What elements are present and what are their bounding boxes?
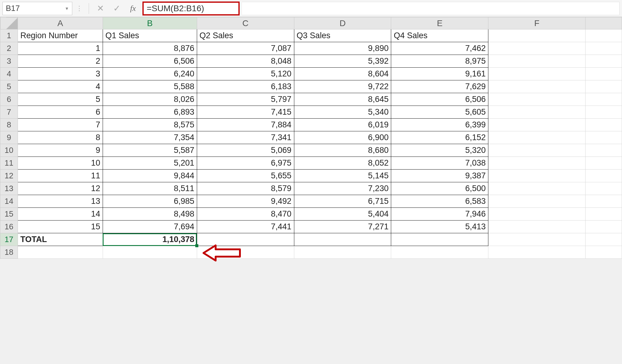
cell-D10[interactable]: 8,680 [294,144,391,157]
cell[interactable] [488,170,586,182]
cell[interactable] [294,246,391,259]
cell-B1[interactable]: Q1 Sales [103,29,197,42]
accept-formula-button[interactable]: ✓ [110,2,124,15]
cell-C8[interactable]: 7,884 [197,119,294,131]
row-header[interactable]: 10 [0,144,18,157]
row-header[interactable]: 4 [0,68,18,80]
cell-E2[interactable]: 7,462 [391,42,488,55]
cell-C12[interactable]: 5,655 [197,170,294,182]
cell-B2[interactable]: 8,876 [103,42,197,55]
cell[interactable] [391,246,488,259]
cell-B6[interactable]: 8,026 [103,93,197,106]
row-header[interactable]: 15 [0,208,18,221]
cancel-formula-button[interactable]: ✕ [93,2,107,15]
cell[interactable] [586,195,622,208]
cell-E12[interactable]: 9,387 [391,170,488,182]
cell[interactable] [488,93,586,106]
row-header[interactable]: 18 [0,246,18,259]
cell-C14[interactable]: 9,492 [197,195,294,208]
cell[interactable] [488,233,586,246]
cell-D13[interactable]: 7,230 [294,182,391,195]
cell-D5[interactable]: 9,722 [294,80,391,93]
cell[interactable] [18,246,103,259]
col-header-B[interactable]: B [103,17,197,29]
cell-E17[interactable] [391,233,488,246]
name-box[interactable]: B17 ▼ [2,2,72,15]
cell[interactable] [488,144,586,157]
cell-C9[interactable]: 7,341 [197,131,294,144]
cell-D3[interactable]: 5,392 [294,55,391,68]
row-header[interactable]: 6 [0,93,18,106]
cell-F1[interactable] [488,29,586,42]
cell-D4[interactable]: 8,604 [294,68,391,80]
cell-B5[interactable]: 5,588 [103,80,197,93]
row-header[interactable]: 9 [0,131,18,144]
cell[interactable] [586,68,622,80]
cell-B13[interactable]: 8,511 [103,182,197,195]
cell[interactable] [586,29,622,42]
cell-D12[interactable]: 5,145 [294,170,391,182]
cell-B16[interactable]: 7,694 [103,221,197,233]
cell-B3[interactable]: 6,506 [103,55,197,68]
row-header[interactable]: 7 [0,106,18,119]
cell-A12[interactable]: 11 [18,170,103,182]
cell-D15[interactable]: 5,404 [294,208,391,221]
formula-input[interactable]: =SUM(B2:B16) [142,2,240,15]
cell-D9[interactable]: 6,900 [294,131,391,144]
cell-D8[interactable]: 6,019 [294,119,391,131]
cell-A13[interactable]: 12 [18,182,103,195]
cell[interactable] [488,80,586,93]
cell[interactable] [488,119,586,131]
cell-C11[interactable]: 6,975 [197,157,294,170]
cell-B17[interactable]: 1,10,378 [103,233,197,246]
cell-E5[interactable]: 7,629 [391,80,488,93]
cell-C1[interactable]: Q2 Sales [197,29,294,42]
cell-A4[interactable]: 3 [18,68,103,80]
cell[interactable] [488,246,586,259]
cell[interactable] [586,106,622,119]
cell-E10[interactable]: 5,320 [391,144,488,157]
row-header[interactable]: 13 [0,182,18,195]
cell-A15[interactable]: 14 [18,208,103,221]
cell[interactable] [488,157,586,170]
cell-D1[interactable]: Q3 Sales [294,29,391,42]
cell[interactable] [488,42,586,55]
cell-B9[interactable]: 7,354 [103,131,197,144]
cell[interactable] [586,233,622,246]
chevron-down-icon[interactable]: ▼ [65,6,69,11]
cell-A2[interactable]: 1 [18,42,103,55]
col-header-F[interactable]: F [488,17,586,29]
cell-D14[interactable]: 6,715 [294,195,391,208]
cell[interactable] [586,55,622,68]
cell[interactable] [488,195,586,208]
cell-E14[interactable]: 6,583 [391,195,488,208]
cell[interactable] [488,221,586,233]
row-header[interactable]: 2 [0,42,18,55]
formula-input-rest[interactable] [242,2,620,15]
cell-D7[interactable]: 5,340 [294,106,391,119]
row-header[interactable]: 11 [0,157,18,170]
cell-B14[interactable]: 6,985 [103,195,197,208]
cell[interactable] [586,246,622,259]
cell-E8[interactable]: 6,399 [391,119,488,131]
cell[interactable] [586,208,622,221]
fx-button[interactable]: fx [126,2,140,15]
cell[interactable] [586,221,622,233]
cell-C5[interactable]: 6,183 [197,80,294,93]
cell-C7[interactable]: 7,415 [197,106,294,119]
row-header[interactable]: 14 [0,195,18,208]
cell[interactable] [488,106,586,119]
cell[interactable] [488,131,586,144]
cell-A5[interactable]: 4 [18,80,103,93]
col-header-D[interactable]: D [294,17,391,29]
cell-D11[interactable]: 8,052 [294,157,391,170]
col-header-A[interactable]: A [18,17,103,29]
cell-E1[interactable]: Q4 Sales [391,29,488,42]
cell-A16[interactable]: 15 [18,221,103,233]
cell-D16[interactable]: 7,271 [294,221,391,233]
cell[interactable] [586,131,622,144]
cell[interactable] [103,246,197,259]
cell-E3[interactable]: 8,975 [391,55,488,68]
cell-E13[interactable]: 6,500 [391,182,488,195]
cell[interactable] [586,42,622,55]
